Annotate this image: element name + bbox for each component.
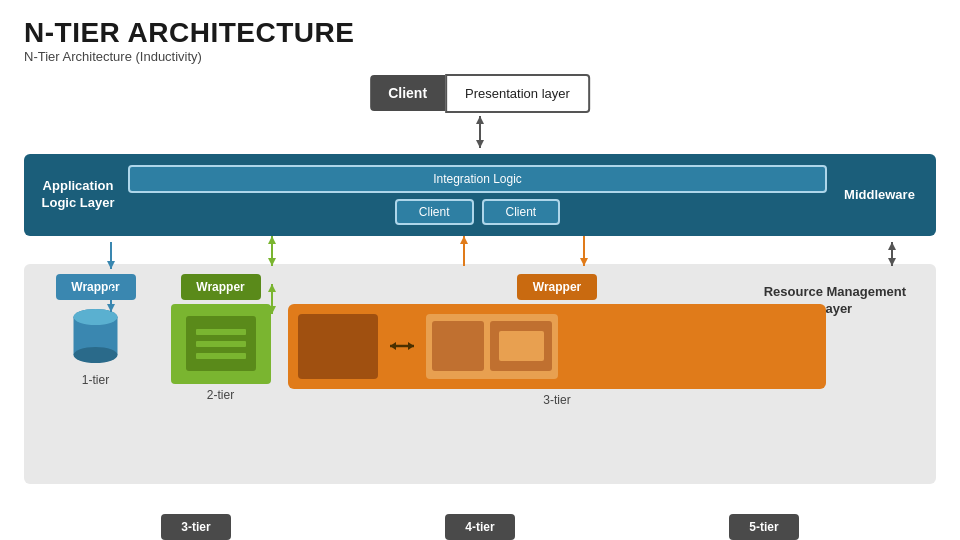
wrapper-box-3: Wrapper [517,274,597,300]
integration-logic-box: Integration Logic [128,165,827,193]
tier1-name: 1-tier [82,373,109,387]
diagram: Client Presentation layer ApplicationLog… [24,74,936,514]
bottom-labels-row: 3-tier 4-tier 5-tier [24,514,936,540]
tier2: Wrapper 2-tier [163,274,278,407]
svg-rect-4 [196,329,246,335]
svg-marker-11 [476,116,484,124]
green-inner [186,316,256,371]
svg-rect-6 [196,353,246,359]
orange-sub2-inner [499,331,544,361]
app-layer: ApplicationLogic Layer Integration Logic… [24,154,936,236]
bottom-label-5tier: 5-tier [729,514,798,540]
tiers-row: Wrapper 1-tier Wrapper [38,274,826,407]
orange-group [426,314,558,379]
orange-dark-box [298,314,378,379]
top-row: Client Presentation layer [370,74,590,113]
middleware-label: Middleware [837,187,922,202]
page: N-TIER ARCHITECTURE N-Tier Architecture … [0,0,960,540]
client-box: Client [370,75,445,111]
svg-marker-8 [408,342,414,350]
client-boxes-row: Client Client [128,199,827,225]
tier3-name: 3-tier [543,393,570,407]
client-inner-box-2: Client [482,199,561,225]
bottom-label-3tier: 3-tier [161,514,230,540]
orange-sub2 [490,321,552,371]
orange-tier-area [288,304,826,389]
bottom-label-4tier: 4-tier [445,514,514,540]
sub-title: N-Tier Architecture (Inductivity) [24,49,936,64]
client-inner-box-1: Client [395,199,474,225]
svg-marker-9 [390,342,396,350]
app-layer-label: ApplicationLogic Layer [38,178,118,212]
svg-point-2 [74,347,118,363]
wrapper-box-1: Wrapper [56,274,136,300]
svg-marker-12 [476,140,484,148]
svg-marker-28 [888,242,896,250]
svg-marker-18 [268,236,276,244]
db-icon [66,304,126,369]
orange-sub1 [432,321,484,371]
svg-rect-5 [196,341,246,347]
tier1: Wrapper 1-tier [38,274,153,407]
green-tier-box [171,304,271,384]
svg-point-3 [74,309,118,325]
main-title: N-TIER ARCHITECTURE [24,18,936,49]
presentation-box: Presentation layer [445,74,590,113]
tier3: Wrapper 3-tier [288,274,826,407]
app-layer-inner: Integration Logic Client Client [128,165,827,225]
svg-marker-24 [460,236,468,244]
tier2-name: 2-tier [207,388,234,402]
wrapper-box-2: Wrapper [181,274,261,300]
